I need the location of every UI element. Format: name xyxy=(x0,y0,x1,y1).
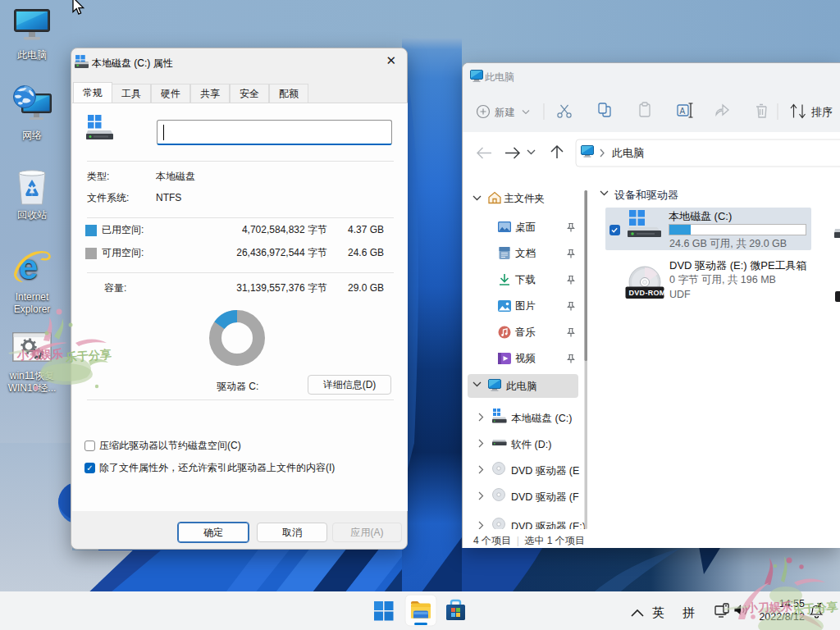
svg-text:本地磁盘 (C:): 本地磁盘 (C:) xyxy=(511,413,572,424)
svg-text:乐于分享: 乐于分享 xyxy=(791,600,838,616)
svg-text:下载: 下载 xyxy=(515,274,536,285)
svg-text:24.6 GB 可用, 共 29.0 GB: 24.6 GB 可用, 共 29.0 GB xyxy=(669,238,787,249)
svg-text:小刀娱乐: 小刀娱乐 xyxy=(746,600,793,614)
svg-text:此电脑: 此电脑 xyxy=(612,147,644,159)
svg-text:0 字节 可用, 共 196 MB: 0 字节 可用, 共 196 MB xyxy=(669,274,776,285)
svg-text:主文件夹: 主文件夹 xyxy=(504,193,545,204)
svg-text:DVD 驱动器 (E: DVD 驱动器 (E xyxy=(511,465,579,477)
svg-text:UDF: UDF xyxy=(669,289,691,300)
svg-text:桌面: 桌面 xyxy=(515,221,536,233)
svg-text:拼: 拼 xyxy=(682,605,695,619)
svg-text:小刀娱乐: 小刀娱乐 xyxy=(16,347,64,362)
svg-text:DVD 驱动器 (E:): DVD 驱动器 (E:) xyxy=(511,521,586,529)
svg-text:A: A xyxy=(680,107,686,116)
svg-text:软件 (D:): 软件 (D:) xyxy=(511,439,551,450)
svg-text:新建: 新建 xyxy=(495,107,515,118)
svg-text:DVD-ROM: DVD-ROM xyxy=(629,289,666,297)
svg-text:DVD 驱动器 (F: DVD 驱动器 (F xyxy=(511,491,579,503)
svg-text:英: 英 xyxy=(652,605,664,619)
svg-text:音乐: 音乐 xyxy=(515,326,536,338)
svg-text:文档: 文档 xyxy=(515,248,536,259)
svg-text:排序: 排序 xyxy=(811,106,833,118)
svg-text:DVD 驱动器 (E:) 微PE工具箱: DVD 驱动器 (E:) 微PE工具箱 xyxy=(669,259,807,272)
svg-text:图片: 图片 xyxy=(515,300,536,312)
svg-text:视频: 视频 xyxy=(515,353,536,364)
svg-text:设备和驱动器: 设备和驱动器 xyxy=(614,189,678,201)
svg-text:本地磁盘 (C:): 本地磁盘 (C:) xyxy=(669,210,732,222)
svg-text:此电脑: 此电脑 xyxy=(506,381,537,392)
